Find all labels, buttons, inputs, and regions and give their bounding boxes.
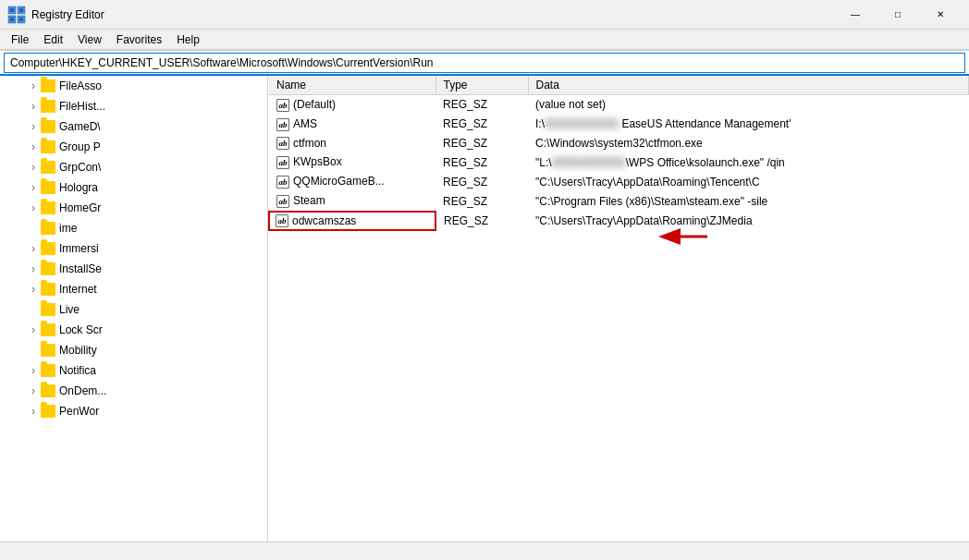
- tree-item[interactable]: FileHist...: [0, 96, 267, 116]
- svg-rect-6: [10, 18, 14, 21]
- tree-arrow-icon: [26, 404, 41, 419]
- maximize-button[interactable]: □: [877, 0, 919, 30]
- registry-row[interactable]: abKWpsBoxREG_SZ"L:\XXXXXXXXXX\WPS Office…: [269, 152, 969, 172]
- tree-item[interactable]: FileAsso: [0, 76, 267, 96]
- reg-type-icon: ab: [276, 118, 289, 131]
- tree-item[interactable]: Live: [0, 299, 267, 320]
- tree-item-label: FileAsso: [59, 79, 102, 92]
- tree-item-label: GrpCon\: [59, 161, 101, 174]
- registry-row[interactable]: abctfmonREG_SZC:\Windows\system32\ctfmon…: [269, 134, 969, 153]
- registry-cell-type: REG_SZ: [435, 152, 528, 172]
- registry-cell-data: I:\XXXXXXXXXX EaseUS Attendance Manageme…: [528, 115, 969, 134]
- reg-type-icon: ab: [276, 156, 289, 169]
- tree-item-label: OnDem...: [59, 384, 106, 397]
- folder-icon: [41, 140, 55, 153]
- registry-cell-type: REG_SZ: [435, 212, 528, 230]
- registry-cell-name: abQQMicroGameB...: [269, 172, 435, 191]
- registry-row[interactable]: abAMSREG_SZI:\XXXXXXXXXX EaseUS Attendan…: [269, 115, 969, 134]
- tree-item[interactable]: Mobility: [0, 340, 267, 360]
- folder-icon: [41, 262, 55, 275]
- tree-item[interactable]: PenWor: [0, 401, 267, 421]
- menu-view[interactable]: View: [70, 31, 109, 48]
- tree-item[interactable]: Internet: [0, 279, 267, 299]
- folder-icon: [41, 283, 55, 296]
- tree-item[interactable]: Hologra: [0, 177, 267, 198]
- tree-item-label: ime: [59, 222, 77, 235]
- app-icon: [7, 6, 26, 24]
- col-header-name: Name: [269, 76, 435, 95]
- registry-row[interactable]: ab(Default)REG_SZ(value not set): [269, 95, 969, 115]
- registry-cell-data: "C:\Program Files (x86)\Steam\steam.exe"…: [528, 191, 969, 212]
- registry-cell-type: REG_SZ: [435, 172, 528, 191]
- registry-row[interactable]: abodwcamszasREG_SZ"C:\Users\Tracy\AppDat…: [269, 212, 969, 230]
- tree-arrow-icon: [26, 282, 41, 297]
- blurred-data: XXXXXXXXXX: [552, 156, 626, 169]
- reg-type-icon: ab: [276, 99, 289, 112]
- col-header-type: Type: [435, 76, 528, 95]
- tree-item[interactable]: OnDem...: [0, 381, 267, 401]
- svg-rect-7: [19, 18, 23, 21]
- tree-item[interactable]: Immersi: [0, 238, 267, 259]
- tree-item[interactable]: HomeGr: [0, 198, 267, 218]
- tree-item[interactable]: InstallSe: [0, 259, 267, 279]
- main-area: FileAssoFileHist...GameD\Group PGrpCon\H…: [0, 76, 969, 542]
- tree-item[interactable]: Notifica: [0, 360, 267, 381]
- tree-item[interactable]: Lock Scr: [0, 320, 267, 340]
- registry-cell-name: abodwcamszas: [269, 212, 435, 230]
- tree-item-label: PenWor: [59, 405, 99, 418]
- tree-arrow-icon: [26, 323, 41, 337]
- menu-bar: File Edit View Favorites Help: [0, 30, 969, 50]
- registry-table: Name Type Data ab(Default)REG_SZ(value n…: [268, 76, 969, 231]
- registry-cell-data: "L:\XXXXXXXXXX\WPS Office\ksolaunch.exe"…: [528, 152, 969, 172]
- menu-favorites[interactable]: Favorites: [109, 31, 169, 48]
- close-button[interactable]: ✕: [919, 0, 962, 30]
- reg-type-icon: ab: [276, 195, 289, 208]
- minimize-button[interactable]: —: [834, 0, 877, 30]
- tree-item-label: Notifica: [59, 364, 96, 377]
- registry-cell-data: C:\Windows\system32\ctfmon.exe: [528, 134, 969, 153]
- registry-cell-type: REG_SZ: [435, 115, 528, 134]
- tree-arrow-icon: [26, 180, 41, 195]
- registry-cell-name: abctfmon: [269, 134, 435, 153]
- tree-arrow-icon: [26, 140, 41, 154]
- tree-arrow-icon: [26, 383, 41, 398]
- tree-arrow-icon: [26, 221, 41, 236]
- registry-panel[interactable]: Name Type Data ab(Default)REG_SZ(value n…: [268, 76, 969, 542]
- tree-item[interactable]: ime: [0, 218, 267, 238]
- tree-arrow-icon: [26, 201, 41, 215]
- folder-icon: [41, 303, 55, 316]
- tree-item-label: Internet: [59, 283, 97, 296]
- menu-help[interactable]: Help: [169, 31, 207, 48]
- registry-row[interactable]: abSteamREG_SZ"C:\Program Files (x86)\Ste…: [269, 191, 969, 212]
- folder-icon: [41, 364, 55, 377]
- registry-cell-name: abSteam: [269, 191, 435, 212]
- tree-item[interactable]: Group P: [0, 137, 267, 157]
- reg-type-icon: ab: [276, 137, 289, 150]
- tree-item-label: Hologra: [59, 181, 98, 194]
- address-input[interactable]: [4, 53, 965, 73]
- registry-cell-data: "C:\Users\Tracy\AppData\Roaming\Tencent\…: [528, 172, 969, 191]
- folder-icon: [41, 323, 55, 336]
- tree-item[interactable]: GrpCon\: [0, 157, 267, 177]
- registry-row[interactable]: abQQMicroGameB...REG_SZ"C:\Users\Tracy\A…: [269, 172, 969, 191]
- folder-icon: [41, 79, 55, 92]
- registry-cell-name: ab(Default): [269, 95, 435, 115]
- tree-arrow-icon: [26, 99, 41, 114]
- svg-rect-4: [10, 8, 14, 12]
- folder-icon: [41, 120, 55, 133]
- tree-item-label: GameD\: [59, 120, 101, 133]
- menu-edit[interactable]: Edit: [36, 31, 70, 48]
- folder-icon: [41, 344, 55, 357]
- registry-cell-type: REG_SZ: [435, 95, 528, 115]
- registry-cell-data: "C:\Users\Tracy\AppData\Roaming\ZJMedia: [528, 212, 969, 230]
- tree-item[interactable]: GameD\: [0, 116, 267, 137]
- folder-icon: [41, 222, 55, 235]
- tree-item-label: FileHist...: [59, 100, 105, 113]
- tree-panel[interactable]: FileAssoFileHist...GameD\Group PGrpCon\H…: [0, 76, 268, 542]
- tree-arrow-icon: [26, 262, 41, 276]
- registry-cell-name: abKWpsBox: [269, 152, 435, 172]
- col-header-data: Data: [528, 76, 969, 95]
- registry-cell-type: REG_SZ: [435, 134, 528, 153]
- address-bar: [0, 50, 969, 76]
- menu-file[interactable]: File: [4, 31, 36, 48]
